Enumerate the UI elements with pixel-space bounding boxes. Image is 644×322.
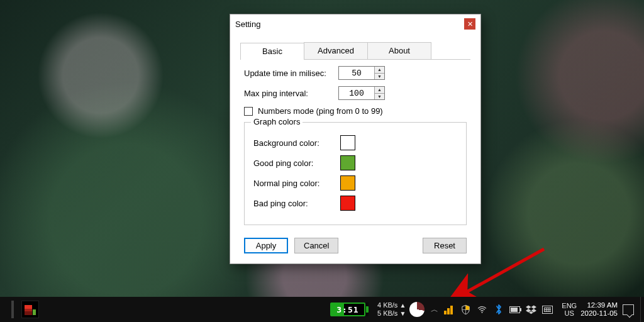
max-ping-down[interactable]: ▼ [375, 93, 384, 100]
max-ping-label: Max ping interval: [244, 89, 338, 98]
dropbox-icon[interactable] [526, 304, 536, 315]
battery-time-text: 3:51 [336, 305, 358, 314]
disk-usage-icon[interactable] [409, 302, 425, 317]
background-color-label: Background color: [253, 138, 340, 148]
update-time-up[interactable]: ▲ [375, 67, 384, 73]
tab-bar: Basic Advanced About [240, 42, 470, 60]
close-button[interactable]: ✕ [464, 18, 475, 30]
graph-colors-title: Graph colors [251, 117, 303, 126]
tray-bars-icon[interactable] [444, 304, 455, 315]
max-ping-up[interactable]: ▲ [375, 87, 384, 93]
windows-security-icon[interactable] [460, 304, 471, 315]
close-icon: ✕ [467, 21, 473, 28]
background-color-swatch[interactable] [340, 135, 355, 150]
system-tray: ︿ [431, 304, 553, 315]
bluetooth-icon[interactable] [493, 304, 504, 315]
update-time-spinbox[interactable]: ▲ ▼ [338, 66, 385, 80]
start-button[interactable] [11, 301, 14, 318]
numbers-mode-checkbox[interactable] [244, 107, 253, 116]
cancel-button[interactable]: Cancel [294, 238, 338, 253]
upload-icon: ▲ [399, 302, 406, 309]
taskbar-app-pingmonitor[interactable] [21, 301, 39, 318]
reset-button[interactable]: Reset [423, 238, 467, 253]
dialog-title: Setting [235, 19, 260, 29]
action-center-icon[interactable] [623, 304, 634, 315]
setting-dialog: Setting ✕ Basic Advanced About Update ti… [230, 14, 481, 264]
good-ping-color-label: Good ping color: [253, 158, 340, 168]
taskbar-clock[interactable]: 12:39 AM 2020-11-05 [580, 301, 618, 318]
graph-colors-group: Graph colors Background color: Good ping… [244, 122, 467, 225]
taskbar: 3:51 4 KB/s ▲ 5 KB/s ▼ ︿ ENG US 12:39 A [0, 297, 644, 322]
update-time-input[interactable] [339, 67, 374, 79]
tab-about[interactable]: About [367, 42, 431, 59]
update-time-down[interactable]: ▼ [375, 73, 384, 80]
svg-point-1 [482, 311, 483, 313]
clock-time: 12:39 AM [580, 301, 618, 309]
titlebar[interactable]: Setting ✕ [230, 14, 480, 33]
normal-ping-color-swatch[interactable] [340, 175, 355, 191]
tray-overflow-icon[interactable]: ︿ [431, 304, 438, 315]
normal-ping-color-label: Normal ping color: [253, 179, 340, 188]
numbers-mode-label: Numbers mode (ping from 0 to 99) [258, 106, 383, 116]
tab-panel-basic: Update time in milisec: ▲ ▼ Max ping int… [240, 60, 470, 225]
max-ping-spinbox[interactable]: ▲ ▼ [338, 86, 385, 100]
show-desktop-button[interactable] [640, 297, 644, 322]
max-ping-input[interactable] [339, 87, 374, 99]
tab-basic[interactable]: Basic [240, 43, 304, 60]
battery-indicator[interactable]: 3:51 [330, 303, 369, 316]
bad-ping-color-label: Bad ping color: [253, 199, 340, 208]
bad-ping-color-swatch[interactable] [340, 196, 355, 211]
language-indicator[interactable]: ENG US [562, 302, 577, 317]
good-ping-color-swatch[interactable] [340, 155, 355, 170]
download-icon: ▼ [399, 310, 406, 317]
clock-date: 2020-11-05 [580, 309, 618, 318]
update-time-label: Update time in milisec: [244, 69, 338, 78]
battery-tray-icon[interactable] [509, 304, 520, 315]
touch-keyboard-icon[interactable] [542, 304, 553, 315]
wifi-icon[interactable] [477, 304, 487, 315]
tab-advanced[interactable]: Advanced [304, 42, 368, 59]
network-rate[interactable]: 4 KB/s ▲ 5 KB/s ▼ [377, 301, 406, 318]
apply-button[interactable]: Apply [244, 238, 288, 253]
